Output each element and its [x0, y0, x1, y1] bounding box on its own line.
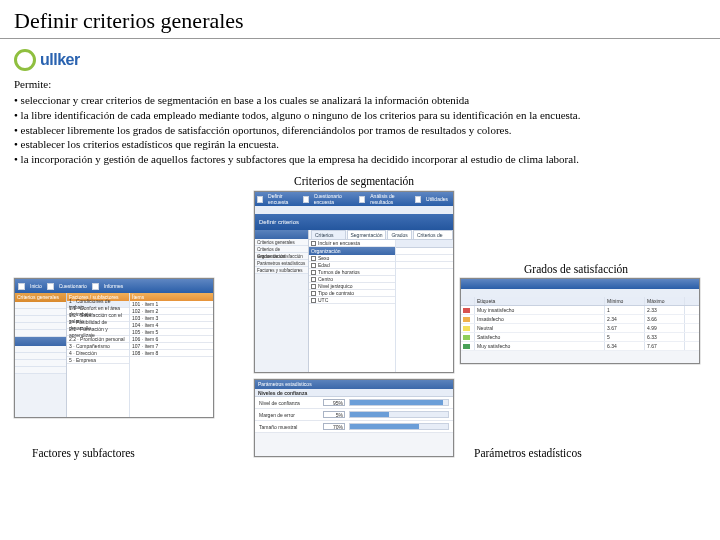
col-label: Etiqueta	[475, 297, 605, 305]
sidebar-head: Criterios generales	[15, 293, 66, 302]
toolbar-icon[interactable]	[47, 283, 54, 290]
param-bar[interactable]	[349, 411, 449, 418]
toolbar-tab[interactable]: Utilidades	[423, 196, 451, 202]
sidebar-item[interactable]: Grados de satisfacción	[255, 253, 308, 260]
item-row[interactable]: 101 · ítem 1	[130, 301, 213, 308]
item-row[interactable]: 108 · ítem 8	[130, 350, 213, 357]
grade-row[interactable]: Neutral3.674.99	[461, 324, 699, 333]
factors-main: Factores / subfactores 1 · Condiciones d…	[67, 293, 213, 417]
grade-max: 7.67	[645, 342, 685, 350]
caption-grades: Grados de satisfacción	[524, 263, 628, 275]
factor-row[interactable]: 2.1 · Formación y aprendizaje	[67, 329, 129, 336]
checkbox-icon[interactable]	[311, 277, 316, 282]
criteria-row[interactable]: Tipo de contrato	[309, 290, 395, 297]
content-area: ullker Permite: seleccionar y crear crit…	[0, 49, 720, 493]
item-row[interactable]: 103 · ítem 3	[130, 315, 213, 322]
tab-generales[interactable]: Criterios generales	[311, 230, 346, 239]
toolbar-tab[interactable]: Cuestionario encuesta	[311, 193, 358, 205]
logo: ullker	[14, 49, 706, 71]
criteria-label: Nivel jerárquico	[318, 283, 352, 289]
sidebar-item[interactable]	[15, 360, 66, 367]
criteria-row[interactable]: Sexo	[309, 255, 395, 262]
toolbar-icon[interactable]	[18, 283, 25, 290]
checkbox-icon[interactable]	[311, 270, 316, 275]
checkbox-icon[interactable]	[311, 241, 316, 246]
sidebar-item[interactable]: Factores y subfactores	[255, 267, 308, 274]
factor-row[interactable]: 4 · Dirección	[67, 350, 129, 357]
sidebar-item[interactable]	[15, 367, 66, 374]
criteria-row[interactable]: Edad	[309, 262, 395, 269]
grade-label: Muy insatisfecho	[475, 306, 605, 314]
item-row[interactable]: 104 · ítem 4	[130, 322, 213, 329]
tab-grados[interactable]: Grados	[387, 230, 411, 239]
item-row[interactable]: 105 · ítem 5	[130, 329, 213, 336]
factor-row[interactable]: 3 · Compañerismo	[67, 343, 129, 350]
toolbar-tab[interactable]: Análisis de resultados	[367, 193, 413, 205]
factor-row[interactable]: 5 · Empresa	[67, 357, 129, 364]
param-bar[interactable]	[349, 423, 449, 430]
grade-min: 3.67	[605, 324, 645, 332]
param-input[interactable]: 95%	[323, 399, 345, 406]
sidebar-item[interactable]	[15, 330, 66, 337]
col-max: Máximo	[645, 297, 685, 305]
include-row[interactable]: Incluir en encuesta	[309, 240, 395, 247]
criteria-label: Sexo	[318, 255, 329, 261]
caption-factors: Factores y subfactores	[32, 447, 135, 459]
checkbox-icon[interactable]	[311, 284, 316, 289]
sidebar-item[interactable]	[15, 353, 66, 360]
criteria-label: UTC	[318, 297, 328, 303]
checkbox-icon[interactable]	[311, 291, 316, 296]
toolbar-icon[interactable]	[92, 283, 99, 290]
criteria-row[interactable]: Turnos de horarios	[309, 269, 395, 276]
toolbar-icon[interactable]	[303, 196, 309, 203]
sidebar-item[interactable]	[15, 309, 66, 316]
checkbox-icon[interactable]	[311, 263, 316, 268]
toolbar-tab[interactable]: Cuestionario	[56, 283, 90, 289]
grade-label: Satisfecho	[475, 333, 605, 341]
screenshot-criteria: Definir encuesta Cuestionario encuesta A…	[254, 191, 454, 373]
item-row[interactable]: 107 · ítem 7	[130, 343, 213, 350]
item-row[interactable]: 106 · ítem 6	[130, 336, 213, 343]
sidebar-item[interactable]	[15, 346, 66, 353]
param-input[interactable]: 5%	[323, 411, 345, 418]
permite-head: Permite:	[14, 77, 706, 92]
param-bar[interactable]	[349, 399, 449, 406]
sidebar-item[interactable]	[15, 323, 66, 330]
sidebar-item[interactable]: Criterios generales	[255, 239, 308, 246]
sidebar-head	[255, 230, 308, 239]
criteria-row[interactable]: Nivel jerárquico	[309, 283, 395, 290]
sidebar-item[interactable]	[15, 302, 66, 309]
tab-segmentacion[interactable]: Segmentación	[347, 230, 387, 239]
item-row[interactable]: 102 · ítem 2	[130, 308, 213, 315]
checkbox-icon[interactable]	[311, 256, 316, 261]
color-swatch-icon	[463, 317, 470, 322]
grade-row[interactable]: Muy insatisfecho12.33	[461, 306, 699, 315]
section-band: Definir criterios	[255, 214, 453, 230]
criteria-row[interactable]: UTC	[309, 297, 395, 304]
toolbar-icon[interactable]	[257, 196, 263, 203]
sidebar-item[interactable]: Criterios de segmentación	[255, 246, 308, 253]
toolbar-icon[interactable]	[415, 196, 421, 203]
grade-row[interactable]: Muy satisfecho6.347.67	[461, 342, 699, 351]
sidebar-item[interactable]: Parámetros estadísticos	[255, 260, 308, 267]
toolbar-tab[interactable]: Inicio	[27, 283, 45, 289]
screenshot-factors: Inicio Cuestionario Informes Criterios g…	[14, 278, 214, 418]
toolbar-icon[interactable]	[359, 196, 365, 203]
tab-asignacion[interactable]: Criterios de asignación	[413, 230, 453, 239]
grade-row[interactable]: Satisfecho56.33	[461, 333, 699, 342]
logo-swirl-icon	[14, 49, 36, 71]
toolbar-tab[interactable]: Definir encuesta	[265, 193, 300, 205]
include-label: Incluir en encuesta	[318, 240, 360, 246]
param-input[interactable]: 70%	[323, 423, 345, 430]
screenshots-area: Criterios de segmentación Grados de sati…	[14, 173, 706, 493]
params-head: Parámetros estadísticos	[255, 380, 453, 389]
toolbar-tab[interactable]: Informes	[101, 283, 126, 289]
caption-params: Parámetros estadísticos	[474, 447, 582, 459]
criteria-row[interactable]: Centro	[309, 276, 395, 283]
grade-row[interactable]: Insatisfecho2.343.66	[461, 315, 699, 324]
permite-item: establecer los criterios estadísticos qu…	[14, 137, 706, 152]
factor-row[interactable]: 2.2 · Promoción personal	[67, 336, 129, 343]
checkbox-icon[interactable]	[311, 298, 316, 303]
sidebar: Criterios generales	[15, 293, 67, 417]
sidebar-item[interactable]	[15, 316, 66, 323]
